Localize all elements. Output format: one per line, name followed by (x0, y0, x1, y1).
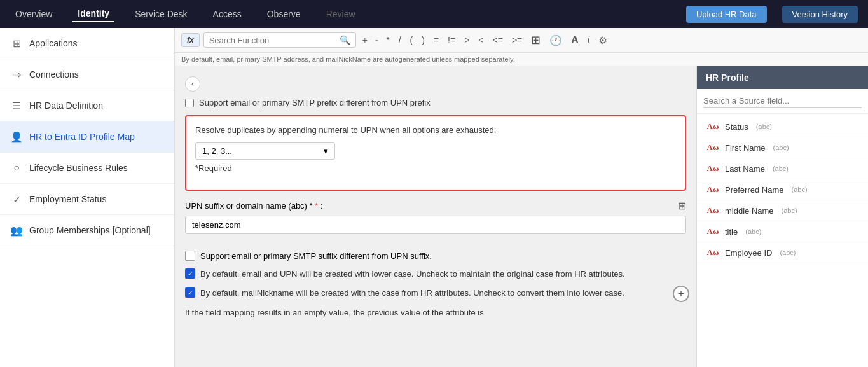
field-type: (abc) (756, 123, 772, 130)
separator: - (374, 34, 380, 46)
multiply-operator[interactable]: * (383, 34, 392, 46)
less-operator[interactable]: < (476, 34, 486, 46)
collapse-button[interactable]: ‹ (185, 76, 200, 92)
lifecycle-icon: ○ (10, 162, 23, 174)
search-function-box[interactable]: 🔍 (203, 32, 356, 48)
lowercase-default-row: By default, email and UPN will be create… (185, 268, 686, 280)
version-history-button[interactable]: Version History (782, 6, 858, 23)
hr-field-icon: Aω (706, 163, 720, 174)
resolve-duplicates-text: Resolve duplicates by appending numeral … (195, 125, 676, 135)
sidebar-item-employment-status[interactable]: ✓ Employment Status (0, 184, 174, 215)
hr-field-middle-name[interactable]: Aω middle Name (abc) (697, 200, 868, 221)
settings-icon-button[interactable]: ⚙ (596, 33, 610, 48)
field-type: (abc) (780, 249, 796, 256)
hr-data-icon: ☰ (10, 99, 23, 112)
hr-field-status[interactable]: Aω Status (abc) (697, 116, 868, 137)
fx-button[interactable]: fx (181, 33, 200, 47)
grid-icon-button[interactable]: ⊞ (678, 200, 686, 212)
sidebar-item-label: Applications (29, 38, 78, 48)
upn-label: UPN suffix or domain name (abc) * * : (185, 201, 323, 211)
close-paren-operator[interactable]: ) (419, 34, 427, 46)
nav-access[interactable]: Access (208, 6, 247, 22)
lowercase-checkbox[interactable] (185, 268, 195, 279)
nav-observe[interactable]: Observe (262, 6, 306, 22)
upn-colon: : (320, 201, 323, 211)
upn-domain-section: UPN suffix or domain name (abc) * * : ⊞ (185, 200, 686, 242)
hr-field-list: Aω Status (abc) Aω First Name (abc) Aω L… (697, 114, 868, 367)
hr-field-firstname[interactable]: Aω First Name (abc) (697, 137, 868, 158)
nav-overview[interactable]: Overview (10, 6, 57, 22)
table-icon-button[interactable]: ⊞ (528, 32, 543, 48)
sidebar-item-hr-data-definition[interactable]: ☰ HR Data Definition (0, 90, 174, 121)
formula-bar: fx 🔍 + - * / ( ) = != > < <= >= ⊞ 🕐 A i … (175, 28, 868, 53)
content-area: ‹ Support email or primary SMTP prefix d… (175, 66, 868, 367)
form-area: ‹ Support email or primary SMTP prefix d… (175, 66, 696, 367)
search-function-input[interactable] (209, 36, 340, 45)
sidebar-item-label: Connections (29, 69, 79, 80)
hr-field-icon: Aω (706, 121, 720, 132)
field-type: (abc) (773, 165, 789, 172)
field-name: First Name (725, 143, 766, 153)
open-paren-operator[interactable]: ( (408, 34, 416, 46)
smtp-prefix-checkbox[interactable] (185, 99, 194, 107)
hr-field-lastname[interactable]: Aω Last Name (abc) (697, 158, 868, 179)
required-asterisk: * (315, 201, 318, 211)
smtp-suffix-checkbox[interactable] (185, 251, 195, 261)
mailnickname-label: By default, mailNickname will be created… (200, 287, 624, 299)
field-name: middle Name (725, 206, 774, 216)
hr-field-icon: Aω (706, 142, 720, 153)
sidebar-item-applications[interactable]: ⊞ Applications (0, 28, 174, 59)
upload-hr-data-button[interactable]: Upload HR Data (686, 6, 767, 23)
group-icon: 👥 (10, 224, 23, 237)
info-text: If the field mapping results in an empty… (185, 307, 686, 319)
hr-panel-search-input[interactable] (703, 94, 862, 108)
sidebar: ⊞ Applications ⇒ Connections ☰ HR Data D… (0, 28, 175, 367)
hint-text: By default, email, primary SMTP address,… (175, 53, 868, 66)
field-name: Last Name (725, 164, 765, 174)
nav-servicedesk[interactable]: Service Desk (130, 6, 192, 22)
sidebar-item-hr-profile-map[interactable]: 👤 HR to Entra ID Profile Map (0, 121, 174, 153)
sidebar-item-label: HR to Entra ID Profile Map (29, 132, 135, 142)
field-type: (abc) (745, 228, 761, 235)
divide-operator[interactable]: / (396, 34, 404, 46)
sidebar-item-lifecycle-rules[interactable]: ○ Lifecycle Business Rules (0, 153, 174, 184)
text-format-button[interactable]: A (568, 33, 581, 47)
nav-identity[interactable]: Identity (72, 6, 114, 22)
numbering-select[interactable]: 1, 2, 3... ▾ (195, 142, 335, 160)
field-name: Employee ID (725, 248, 772, 258)
field-name: Preferred Name (725, 185, 783, 195)
not-equals-operator[interactable]: != (445, 34, 458, 46)
hr-field-icon: Aω (706, 184, 720, 195)
field-type: (abc) (782, 207, 797, 214)
smtp-prefix-label: Support email or primary SMTP prefix dif… (199, 98, 431, 107)
field-name: title (725, 227, 738, 237)
smtp-prefix-checkbox-row: Support email or primary SMTP prefix dif… (185, 98, 686, 107)
mailnickname-case-row: By default, mailNickname will be created… (185, 287, 686, 299)
sidebar-item-connections[interactable]: ⇒ Connections (0, 59, 174, 90)
hr-field-preferred-name[interactable]: Aω Preferred Name (abc) (697, 179, 868, 200)
less-equals-operator[interactable]: <= (490, 34, 506, 46)
duplicate-resolution-box: Resolve duplicates by appending numeral … (185, 115, 686, 191)
plus-operator[interactable]: + (360, 34, 370, 46)
field-name: Status (725, 122, 748, 132)
clock-icon-button[interactable]: 🕐 (547, 33, 565, 48)
sidebar-item-label: Lifecycle Business Rules (29, 163, 128, 173)
hr-field-title[interactable]: Aω title (abc) (697, 221, 868, 242)
top-navigation: Overview Identity Service Desk Access Ob… (0, 0, 868, 28)
mailnickname-checkbox[interactable] (185, 287, 195, 298)
upn-domain-input[interactable] (185, 216, 686, 234)
nav-review: Review (321, 6, 361, 22)
greater-equals-operator[interactable]: >= (509, 34, 525, 46)
greater-operator[interactable]: > (462, 34, 472, 46)
equals-operator[interactable]: = (431, 34, 441, 46)
add-button[interactable]: + (673, 286, 689, 302)
main-content: fx 🔍 + - * / ( ) = != > < <= >= ⊞ 🕐 A i … (175, 28, 868, 367)
smtp-suffix-label: Support email or primary SMTP suffix dif… (200, 251, 432, 261)
smtp-suffix-checkbox-row: Support email or primary SMTP suffix dif… (185, 251, 686, 261)
hr-field-icon: Aω (706, 205, 720, 216)
hr-field-employee-id[interactable]: Aω Employee ID (abc) (697, 242, 868, 263)
sidebar-item-group-memberships[interactable]: 👥 Group Memberships [Optional] (0, 215, 174, 246)
employment-icon: ✓ (10, 193, 23, 205)
info-icon-button[interactable]: i (585, 33, 593, 47)
numbering-select-value: 1, 2, 3... (202, 146, 232, 156)
